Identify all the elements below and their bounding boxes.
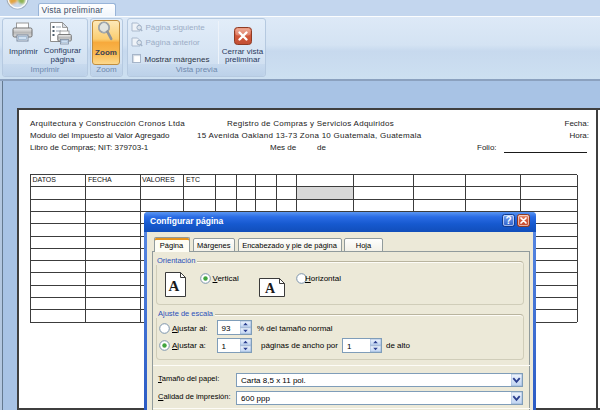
svg-text:A: A [169,278,180,294]
svg-text:A: A [265,281,276,296]
